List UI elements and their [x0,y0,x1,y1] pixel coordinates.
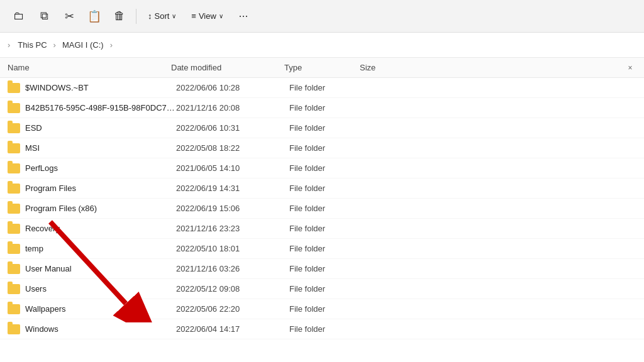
breadcrumb-chevron-icon: › [8,40,10,50]
sort-label: Sort [155,11,170,21]
file-type: File folder [289,324,365,334]
column-date-header[interactable]: Date modified [171,63,284,72]
sort-chevron-icon: ∨ [172,13,176,19]
file-name: B42B5176-595C-498F-915B-98F0DC706... [25,103,176,112]
folder-icon [8,244,20,254]
file-name: Program Files (x86) [25,204,176,213]
table-row[interactable]: Program Files (x86)2022/06/19 15:06File … [0,199,644,219]
file-type: File folder [289,184,365,193]
file-date: 2021/12/16 03:26 [176,264,289,273]
breadcrumb-sep-1: › [53,40,56,50]
file-name: Users [25,284,176,293]
table-row[interactable]: Users2022/05/12 09:08File folder [0,279,644,299]
delete-button[interactable]: 🗑 [108,5,131,28]
breadcrumb-magi-c[interactable]: MAGI I (C:) [60,39,106,51]
folder-icon [8,103,20,113]
file-name: ESD [25,123,176,133]
folder-icon [8,284,20,294]
file-date: 2022/05/10 18:01 [176,244,289,253]
close-icon: × [628,63,632,72]
table-row[interactable]: $WINDOWS.~BT2022/06/06 10:28File folder [0,78,644,98]
table-row[interactable]: Windows2022/06/04 14:17File folder [0,319,644,339]
file-date: 2022/05/06 22:20 [176,304,289,314]
file-date: 2022/06/19 15:06 [176,204,289,213]
folder-icon [8,143,20,153]
folder-icon [8,83,20,93]
view-button[interactable]: ≡ View ∨ [185,5,230,28]
file-type: File folder [289,123,365,133]
folder-icon [8,204,20,214]
folder-icon [8,324,20,334]
breadcrumb-this-pc[interactable]: This PC [15,39,49,51]
file-name: $WINDOWS.~BT [25,83,176,92]
file-type: File folder [289,83,365,92]
file-list-container: Name Date modified Type Size × $WINDOWS.… [0,58,644,362]
folder-icon [8,224,20,234]
table-row[interactable]: ESD2022/06/06 10:31File folder [0,118,644,138]
table-row[interactable]: Wallpapers2022/05/06 22:20File folder [0,299,644,319]
table-row[interactable]: Recovery2021/12/16 23:23File folder [0,219,644,239]
folder-icon [8,304,20,314]
more-dots-icon: ··· [238,9,248,23]
file-name: Program Files [25,184,176,193]
file-date: 2022/05/12 09:08 [176,284,289,293]
file-type: File folder [289,163,365,173]
more-options-button[interactable]: ··· [232,5,255,28]
table-row[interactable]: MSI2022/05/08 18:22File folder [0,138,644,158]
folder-icon [8,123,20,133]
cut-button[interactable]: ✂ [58,5,80,28]
file-type: File folder [289,204,365,213]
column-type-header[interactable]: Type [284,63,360,72]
file-name: temp [25,244,176,253]
table-row[interactable]: User Manual2021/12/16 03:26File folder [0,259,644,279]
table-row[interactable]: Program Files2022/06/19 14:31File folder [0,178,644,199]
file-name: User Manual [25,264,176,273]
file-name: PerfLogs [25,163,176,173]
file-type: File folder [289,304,365,314]
file-date: 2022/06/06 10:28 [176,83,289,92]
column-headers: Name Date modified Type Size × [0,58,644,78]
new-folder-button[interactable]: 🗀 [8,5,30,28]
copy-button[interactable]: ⧉ [33,5,55,28]
paste-button[interactable]: 📋 [83,5,106,28]
file-name: Windows [25,324,176,334]
file-type: File folder [289,143,365,153]
file-name: MSI [25,143,176,153]
file-date: 2021/06/05 14:10 [176,163,289,173]
file-rows: $WINDOWS.~BT2022/06/06 10:28File folderB… [0,78,644,339]
view-lines-icon: ≡ [191,11,196,21]
file-date: 2022/06/04 14:17 [176,324,289,334]
file-name: Recovery [25,224,176,233]
file-date: 2021/12/16 20:08 [176,103,289,112]
folder-icon [8,264,20,274]
breadcrumb: › This PC › MAGI I (C:) › [0,33,644,58]
toolbar-separator [136,9,136,24]
file-name: Wallpapers [25,304,176,314]
column-name-header[interactable]: Name [8,63,171,72]
folder-icon [8,184,20,194]
file-type: File folder [289,224,365,233]
view-label: View [199,11,216,21]
file-type: File folder [289,284,365,293]
toolbar: 🗀 ⧉ ✂ 📋 🗑 ↕ Sort ∨ ≡ View ∨ ··· [0,0,644,33]
table-row[interactable]: temp2022/05/10 18:01File folder [0,239,644,259]
file-date: 2022/06/19 14:31 [176,184,289,193]
sort-button[interactable]: ↕ Sort ∨ [142,5,182,28]
file-type: File folder [289,244,365,253]
file-date: 2022/06/06 10:31 [176,123,289,133]
file-type: File folder [289,264,365,273]
view-chevron-icon: ∨ [219,13,223,19]
column-size-header[interactable]: Size [360,63,410,72]
table-row[interactable]: PerfLogs2021/06/05 14:10File folder [0,158,644,178]
folder-icon [8,163,20,173]
file-date: 2022/05/08 18:22 [176,143,289,153]
close-button[interactable]: × [624,62,636,74]
table-row[interactable]: B42B5176-595C-498F-915B-98F0DC706...2021… [0,98,644,118]
breadcrumb-sep-2: › [110,40,113,50]
sort-icon: ↕ [148,11,152,21]
file-date: 2021/12/16 23:23 [176,224,289,233]
file-type: File folder [289,103,365,112]
